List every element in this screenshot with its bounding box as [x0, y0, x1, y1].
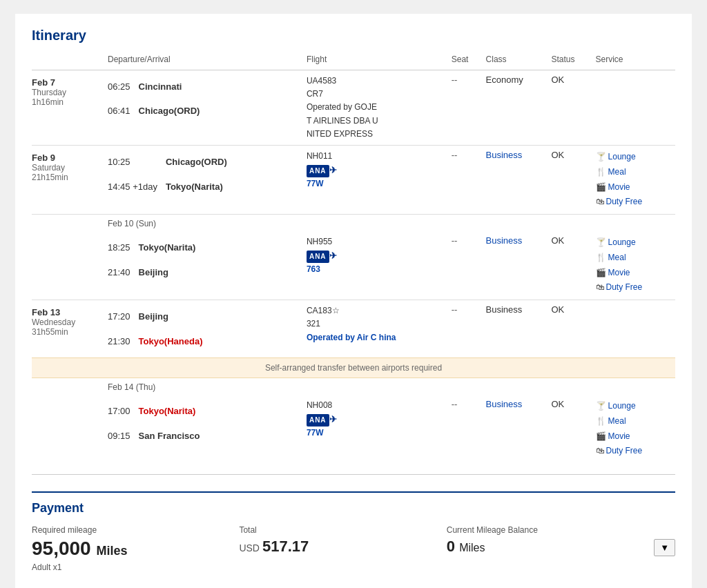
flight-line2: 321: [307, 317, 446, 331]
service-icon: 🍸: [596, 152, 606, 161]
service-item: 🛍Duty Free: [596, 195, 670, 210]
flight-row: 18:25 Tokyo(Narita) 21:40 Beijing NH955 …: [32, 231, 675, 300]
required-mileage-value: 95,000 Miles: [32, 538, 239, 560]
service-link-meal[interactable]: Meal: [608, 253, 626, 262]
service-item: 🎬Movie: [596, 180, 670, 195]
balance-label: Current Mileage Balance: [447, 525, 654, 535]
flight-operated-link[interactable]: Operated by Air C hina: [307, 333, 396, 342]
date-cell: Feb 9 Saturday 21h15min: [32, 146, 108, 214]
status-cell: OK: [551, 395, 595, 462]
flight-cell: CA183☆ 321 Operated by Air C hina: [307, 300, 452, 357]
flight-row: Feb 9 Saturday 21h15min 10:25 Chicago(OR…: [32, 146, 675, 214]
departure-arrival-cell: 06:25 Cincinnati 06:41 Chicago(ORD): [108, 70, 307, 146]
class-cell: Business: [486, 231, 552, 300]
total-amount: USD517.17: [239, 538, 446, 556]
date-cell: Feb 7 Thursday 1h16min: [32, 70, 108, 146]
service-item: 🍸Lounge: [596, 235, 670, 251]
service-link-meal[interactable]: Meal: [608, 167, 626, 177]
flight-cell: NH955 ANA✈ 763: [307, 231, 452, 300]
flight-day: Saturday: [32, 163, 102, 173]
flight-cell: NH008 ANA✈ 77W: [307, 395, 452, 462]
service-link-lounge[interactable]: Lounge: [608, 152, 636, 161]
service-icon: 🍸: [596, 237, 606, 247]
dep-city: Beijing: [139, 304, 209, 329]
service-item: 🎬Movie: [596, 429, 670, 444]
flight-day: Thursday: [32, 88, 102, 97]
ana-logo: ANA: [307, 165, 329, 177]
departure-arrival-cell: 18:25 Tokyo(Narita) 21:40 Beijing: [108, 231, 307, 300]
arr-time: 09:15: [108, 424, 139, 448]
flight-cell: NH011 ANA✈ 77W: [307, 146, 452, 214]
total-col: Total USD517.17: [239, 525, 446, 556]
arr-time: 06:41: [108, 99, 139, 123]
total-label: Total: [239, 525, 446, 535]
sub-date-row: Feb 10 (Sun): [32, 215, 675, 231]
dropdown-col: ▼: [654, 525, 675, 556]
service-icon: 🛍: [596, 282, 604, 292]
class-value: Business: [486, 304, 523, 315]
seat-cell: --: [452, 231, 486, 300]
service-link-lounge[interactable]: Lounge: [608, 237, 636, 247]
aircraft-link[interactable]: 763: [307, 264, 320, 274]
service-link-lounge[interactable]: Lounge: [608, 401, 636, 411]
class-link[interactable]: Business: [486, 235, 523, 246]
flight-duration: 31h55min: [32, 327, 102, 337]
flight-day: Wednesday: [32, 317, 102, 327]
dep-city: Chicago(ORD): [166, 150, 233, 174]
service-item: 🛍Duty Free: [596, 280, 670, 295]
aircraft-link[interactable]: 77W: [307, 428, 324, 438]
sub-date-label: Feb 14 (Thu): [32, 378, 675, 395]
status-cell: OK: [551, 70, 595, 146]
flight-date: Feb 13: [32, 307, 102, 317]
service-item: 🍴Meal: [596, 165, 670, 180]
service-icon: 🍴: [596, 416, 606, 426]
arr-city: Tokyo(Haneda): [139, 329, 209, 353]
date-cell: [32, 395, 108, 462]
date-cell: [32, 231, 108, 300]
status-cell: OK: [551, 231, 595, 300]
service-link-duty-free[interactable]: Duty Free: [606, 446, 643, 455]
col-seat: Seat: [452, 52, 486, 70]
class-value: Economy: [486, 75, 523, 85]
status-cell: OK: [551, 146, 595, 214]
flight-cell: UA4583 CR7 Operated by GOJE T AIRLINES D…: [307, 70, 452, 146]
service-cell: [596, 70, 675, 146]
service-item: 🛍Duty Free: [596, 444, 670, 459]
flight-number: NH955: [307, 235, 446, 248]
class-cell: Business: [486, 395, 552, 462]
service-item: 🍴Meal: [596, 251, 670, 266]
dropdown-button[interactable]: ▼: [654, 539, 675, 556]
aircraft-link[interactable]: 77W: [307, 179, 324, 188]
flight-number: NH011: [307, 150, 446, 163]
arr-city: Tokyo(Narita): [166, 175, 233, 199]
ana-logo: ANA: [307, 414, 329, 427]
service-link-movie[interactable]: Movie: [608, 431, 630, 441]
flight-line2: CR7: [307, 88, 446, 101]
service-link-duty-free[interactable]: Duty Free: [606, 282, 643, 292]
class-link[interactable]: Business: [486, 150, 523, 160]
service-link-duty-free[interactable]: Duty Free: [606, 197, 643, 206]
flight-row: Feb 13 Wednesday 31h55min 17:20 Beijing …: [32, 300, 675, 357]
sub-date-label: Feb 10 (Sun): [32, 215, 675, 231]
class-cell: Economy: [486, 70, 552, 146]
flight-number: CA183☆: [307, 304, 446, 317]
dep-city: Cincinnati: [139, 75, 206, 99]
service-item: 🍴Meal: [596, 414, 670, 429]
class-link[interactable]: Business: [486, 399, 523, 409]
service-cell: [596, 300, 675, 357]
flight-date: Feb 7: [32, 77, 102, 88]
service-cell: 🍸Lounge🍴Meal🎬Movie🛍Duty Free: [596, 395, 675, 462]
flight-number: NH008: [307, 399, 446, 412]
arr-time: 21:40: [108, 260, 139, 284]
flight-row: 17:00 Tokyo(Narita) 09:15 San Francisco …: [32, 395, 675, 462]
arr-time: 21:30: [108, 329, 139, 353]
service-link-meal[interactable]: Meal: [608, 416, 626, 426]
service-link-movie[interactable]: Movie: [608, 268, 630, 277]
service-icon: 🍴: [596, 253, 606, 262]
class-cell: Business: [486, 300, 552, 357]
flight-date: Feb 9: [32, 153, 102, 163]
service-link-movie[interactable]: Movie: [608, 182, 630, 192]
arr-city: San Francisco: [139, 424, 206, 448]
col-service: Service: [596, 52, 675, 70]
dep-time: 06:25: [108, 75, 139, 99]
